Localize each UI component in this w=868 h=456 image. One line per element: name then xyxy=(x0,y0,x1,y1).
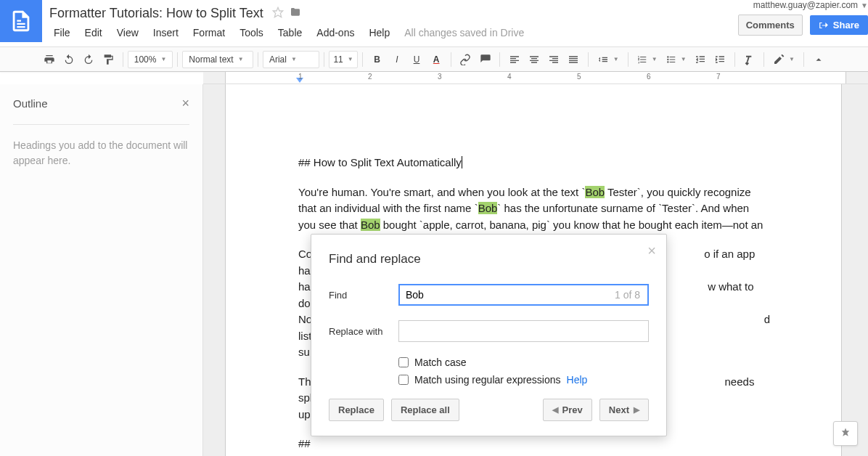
editing-mode-icon[interactable]: ▼ xyxy=(769,50,799,69)
increase-indent-icon[interactable] xyxy=(711,50,730,69)
align-left-icon[interactable] xyxy=(504,50,524,69)
underline-icon[interactable]: U xyxy=(406,50,426,69)
menu-view[interactable]: View xyxy=(110,24,146,41)
close-icon[interactable]: × xyxy=(647,243,656,258)
svg-point-3 xyxy=(667,61,668,62)
outline-placeholder: Headings you add to the document will ap… xyxy=(13,138,189,168)
share-button[interactable]: Share xyxy=(810,15,868,35)
comments-button[interactable]: Comments xyxy=(738,15,803,36)
folder-icon[interactable] xyxy=(290,7,301,20)
find-replace-dialog: × Find and replace Find 1 of 8 Replace w… xyxy=(311,234,667,436)
help-link[interactable]: Help xyxy=(567,374,588,386)
match-case-checkbox[interactable] xyxy=(398,357,409,367)
docs-logo[interactable] xyxy=(0,0,42,42)
undo-icon[interactable] xyxy=(59,50,78,69)
line-spacing-icon[interactable]: ▼ xyxy=(593,50,623,69)
outline-title: Outline xyxy=(13,97,48,110)
menu-table[interactable]: Table xyxy=(271,24,309,41)
replace-button[interactable]: Replace xyxy=(329,399,384,421)
paragraph: You're human. You're smart, and when you… xyxy=(298,184,769,234)
link-icon[interactable] xyxy=(456,50,475,69)
prev-button[interactable]: ◀Prev xyxy=(543,399,592,421)
next-button[interactable]: Next▶ xyxy=(599,399,649,421)
svg-point-1 xyxy=(667,56,668,57)
share-label: Share xyxy=(833,20,859,30)
menu-edit[interactable]: Edit xyxy=(78,24,110,41)
explore-button[interactable] xyxy=(833,421,858,446)
menu-help[interactable]: Help xyxy=(361,24,397,41)
style-dropdown[interactable]: Normal text▼ xyxy=(182,51,253,68)
menu-bar: File Edit View Insert Format Tools Table… xyxy=(46,23,734,42)
outline-panel: Outline × Headings you add to the docume… xyxy=(0,84,203,456)
menu-insert[interactable]: Insert xyxy=(146,24,186,41)
italic-icon[interactable]: I xyxy=(387,50,406,69)
collapse-toolbar-icon[interactable] xyxy=(808,50,829,69)
replace-label: Replace with xyxy=(329,326,398,337)
align-justify-icon[interactable] xyxy=(564,50,584,69)
account-dropdown-icon[interactable]: ▼ xyxy=(861,1,868,9)
font-dropdown[interactable]: Arial▼ xyxy=(263,51,319,68)
paint-format-icon[interactable] xyxy=(99,50,118,69)
decrease-indent-icon[interactable] xyxy=(691,50,711,69)
menu-format[interactable]: Format xyxy=(186,24,232,41)
match-regex-label: Match using regular expressions xyxy=(414,374,561,386)
match-regex-checkbox[interactable] xyxy=(398,375,409,385)
font-size-dropdown[interactable]: 11▼ xyxy=(329,51,358,68)
highlighted-match: Bob xyxy=(361,219,380,231)
redo-icon[interactable] xyxy=(78,50,98,69)
save-status: All changes saved in Drive xyxy=(404,27,524,38)
bulleted-list-icon[interactable]: ▼ xyxy=(662,50,691,69)
menu-addons[interactable]: Add-ons xyxy=(309,24,361,41)
align-right-icon[interactable] xyxy=(544,50,563,69)
close-icon[interactable]: × xyxy=(181,96,189,111)
menu-tools[interactable]: Tools xyxy=(232,24,271,41)
replace-all-button[interactable]: Replace all xyxy=(391,399,459,421)
svg-point-2 xyxy=(667,58,668,60)
find-label: Find xyxy=(329,290,398,301)
dialog-title: Find and replace xyxy=(329,252,649,266)
highlighted-match: Bob xyxy=(478,202,498,214)
toolbar: 100%▼ Normal text▼ Arial▼ 11▼ B I U A ▼ … xyxy=(0,46,868,72)
text-color-icon[interactable]: A xyxy=(427,50,446,69)
paragraph: ## xyxy=(298,436,769,452)
ruler[interactable]: 1234567 xyxy=(203,72,868,84)
replace-input[interactable] xyxy=(398,320,649,342)
print-icon[interactable] xyxy=(39,50,59,69)
bold-icon[interactable]: B xyxy=(367,50,387,69)
highlighted-match: Bob xyxy=(585,186,605,198)
zoom-dropdown[interactable]: 100%▼ xyxy=(128,51,173,68)
user-email[interactable]: matthew.guay@zapier.com xyxy=(753,0,858,10)
comment-icon[interactable] xyxy=(475,50,495,69)
numbered-list-icon[interactable]: ▼ xyxy=(633,50,662,69)
match-count: 1 of 8 xyxy=(615,289,640,301)
menu-file[interactable]: File xyxy=(46,24,78,41)
doc-heading: ## How to Split Text Automatically xyxy=(298,156,462,168)
align-center-icon[interactable] xyxy=(524,50,544,69)
svg-marker-0 xyxy=(273,7,282,17)
match-case-label: Match case xyxy=(414,357,467,368)
clear-formatting-icon[interactable] xyxy=(740,50,759,69)
document-title[interactable]: Formatter Tutorials: How to Split Text xyxy=(46,4,266,23)
star-icon[interactable] xyxy=(272,7,284,20)
find-input[interactable]: 1 of 8 xyxy=(398,284,649,306)
